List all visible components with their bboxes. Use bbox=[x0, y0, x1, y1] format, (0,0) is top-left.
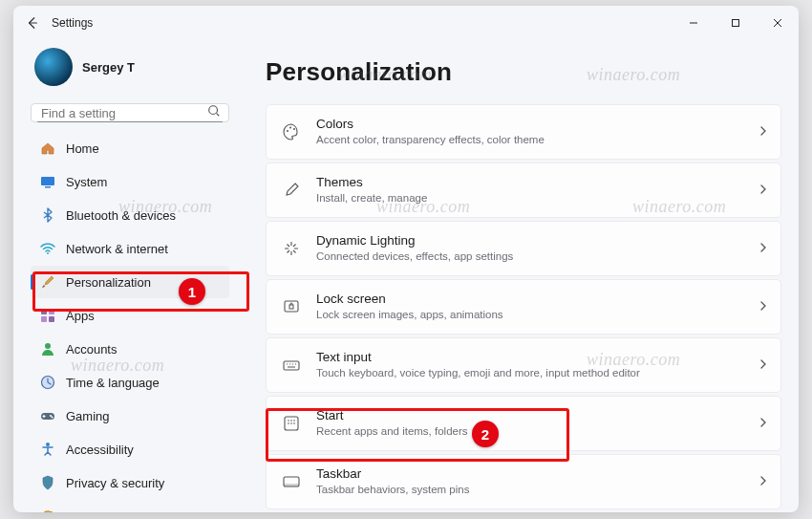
search-box[interactable] bbox=[31, 103, 229, 122]
chevron-right-icon bbox=[758, 182, 769, 199]
svg-point-6 bbox=[47, 252, 49, 254]
sidebar-item-system[interactable]: System bbox=[31, 165, 229, 198]
svg-rect-10 bbox=[49, 316, 54, 322]
settings-window: Settings Sergey T Home bbox=[13, 6, 799, 512]
brush-icon bbox=[282, 181, 301, 200]
svg-rect-4 bbox=[41, 177, 54, 185]
titlebar: Settings bbox=[13, 6, 799, 40]
card-colors[interactable]: Colors Accent color, transparency effect… bbox=[266, 104, 781, 160]
card-dynamic-lighting[interactable]: Dynamic Lighting Connected devices, effe… bbox=[266, 221, 781, 276]
card-subtitle: Install, create, manage bbox=[316, 191, 758, 205]
card-text: Themes Install, create, manage bbox=[316, 175, 758, 205]
svg-point-14 bbox=[50, 415, 52, 417]
window-title: Settings bbox=[52, 16, 93, 30]
maximize-button[interactable] bbox=[715, 6, 757, 40]
chevron-right-icon bbox=[758, 357, 769, 374]
card-title: Taskbar bbox=[316, 466, 758, 483]
card-text: Text input Touch keyboard, voice typing,… bbox=[316, 350, 758, 379]
chevron-right-icon bbox=[758, 123, 769, 141]
start-icon bbox=[282, 414, 301, 433]
sidebar-item-bluetooth[interactable]: Bluetooth & devices bbox=[31, 199, 229, 231]
card-taskbar[interactable]: Taskbar Taskbar behaviors, system pins bbox=[266, 454, 781, 509]
sidebar: Sergey T Home System Bluet bbox=[13, 40, 241, 512]
sidebar-item-label: Apps bbox=[66, 309, 95, 323]
globe-clock-icon bbox=[40, 375, 55, 390]
search-input[interactable] bbox=[41, 106, 207, 120]
wifi-icon bbox=[40, 241, 55, 256]
card-title: Start bbox=[316, 408, 758, 424]
svg-point-27 bbox=[288, 422, 289, 424]
lock-screen-icon bbox=[282, 297, 301, 316]
svg-point-11 bbox=[45, 343, 51, 349]
sidebar-item-label: Personalization bbox=[66, 275, 151, 290]
person-icon bbox=[40, 341, 55, 357]
sidebar-item-network[interactable]: Network & internet bbox=[31, 232, 229, 265]
card-title: Text input bbox=[316, 350, 758, 366]
gamepad-icon bbox=[40, 408, 55, 423]
svg-rect-9 bbox=[41, 316, 47, 322]
back-button[interactable] bbox=[19, 10, 46, 36]
sidebar-item-label: Time & language bbox=[66, 376, 160, 390]
sidebar-item-gaming[interactable]: Gaming bbox=[31, 400, 229, 432]
svg-point-17 bbox=[287, 130, 288, 132]
sidebar-item-label: Bluetooth & devices bbox=[66, 208, 176, 223]
user-profile[interactable]: Sergey T bbox=[31, 44, 237, 97]
card-start[interactable]: Start Recent apps and items, folders bbox=[266, 396, 781, 451]
card-text: Colors Accent color, transparency effect… bbox=[316, 117, 758, 146]
svg-point-19 bbox=[293, 128, 295, 130]
sidebar-item-apps[interactable]: Apps bbox=[31, 299, 229, 332]
svg-rect-8 bbox=[49, 309, 54, 314]
chevron-right-icon bbox=[758, 298, 769, 315]
keyboard-icon bbox=[282, 356, 301, 375]
accessibility-icon bbox=[40, 442, 55, 457]
main-panel: Personalization Colors Accent color, tra… bbox=[241, 40, 799, 512]
svg-point-28 bbox=[290, 422, 292, 424]
sidebar-item-accounts[interactable]: Accounts bbox=[31, 333, 229, 365]
card-themes[interactable]: Themes Install, create, manage bbox=[266, 162, 781, 218]
sidebar-item-windows-update[interactable]: Windows Update bbox=[31, 500, 229, 512]
card-title: Dynamic Lighting bbox=[316, 233, 758, 249]
card-subtitle: Lock screen images, apps, animations bbox=[316, 308, 758, 321]
card-title: Themes bbox=[316, 175, 758, 191]
close-button[interactable] bbox=[757, 6, 799, 40]
bluetooth-icon bbox=[40, 207, 55, 223]
arrow-left-icon bbox=[26, 16, 39, 30]
sidebar-item-label: System bbox=[66, 175, 107, 189]
svg-point-15 bbox=[52, 417, 53, 419]
svg-line-3 bbox=[217, 114, 220, 117]
palette-icon bbox=[282, 122, 301, 141]
svg-point-2 bbox=[209, 106, 218, 115]
sidebar-item-personalization[interactable]: Personalization bbox=[31, 266, 229, 298]
sidebar-item-accessibility[interactable]: Accessibility bbox=[31, 433, 229, 465]
card-title: Colors bbox=[316, 117, 758, 133]
svg-rect-31 bbox=[284, 484, 299, 487]
svg-rect-1 bbox=[733, 20, 739, 27]
chevron-right-icon bbox=[758, 473, 769, 490]
card-text-input[interactable]: Text input Touch keyboard, voice typing,… bbox=[266, 337, 781, 393]
taskbar-icon bbox=[282, 472, 301, 491]
sidebar-item-home[interactable]: Home bbox=[31, 132, 229, 164]
svg-rect-5 bbox=[45, 186, 51, 188]
paintbrush-icon bbox=[40, 274, 55, 290]
sidebar-item-time-language[interactable]: Time & language bbox=[31, 366, 229, 399]
card-lock-screen[interactable]: Lock screen Lock screen images, apps, an… bbox=[266, 279, 781, 335]
window-controls bbox=[673, 6, 799, 40]
search-icon bbox=[207, 104, 221, 121]
chevron-right-icon bbox=[758, 240, 769, 257]
card-subtitle: Taskbar behaviors, system pins bbox=[316, 483, 758, 496]
update-icon bbox=[40, 508, 55, 512]
svg-point-29 bbox=[293, 422, 295, 424]
card-subtitle: Accent color, transparency effects, colo… bbox=[316, 133, 758, 146]
card-subtitle: Recent apps and items, folders bbox=[316, 424, 758, 438]
content-area: Sergey T Home System Bluet bbox=[13, 40, 799, 512]
svg-rect-21 bbox=[289, 305, 293, 309]
home-icon bbox=[40, 141, 55, 156]
sidebar-item-label: Network & internet bbox=[66, 242, 168, 256]
minimize-button[interactable] bbox=[673, 6, 715, 40]
sidebar-item-label: Windows Update bbox=[66, 509, 160, 513]
sidebar-item-privacy[interactable]: Privacy & security bbox=[31, 466, 229, 499]
svg-point-24 bbox=[288, 420, 289, 422]
system-icon bbox=[40, 174, 55, 189]
sidebar-item-label: Gaming bbox=[66, 409, 110, 423]
card-subtitle: Connected devices, effects, app settings bbox=[316, 249, 758, 263]
